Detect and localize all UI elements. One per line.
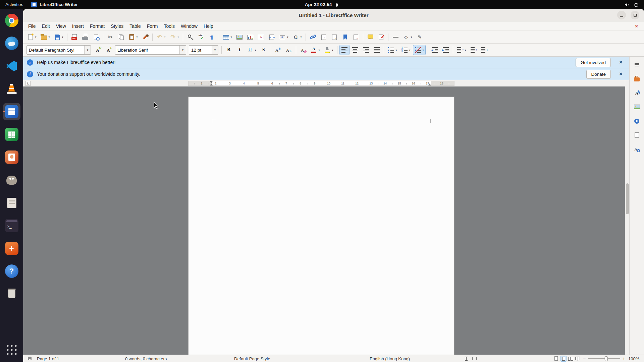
single-page-view-button[interactable] bbox=[560, 356, 567, 362]
insert-chart-button[interactable] bbox=[245, 32, 255, 42]
insert-field-button[interactable]: ▾ bbox=[277, 32, 290, 42]
ordered-list-button[interactable]: ▾ bbox=[399, 45, 412, 55]
scrollbar-thumb[interactable] bbox=[626, 183, 629, 214]
undo-dropdown[interactable]: ▾ bbox=[163, 36, 166, 39]
dock-item-calc[interactable] bbox=[3, 126, 20, 143]
donate-button[interactable]: Donate bbox=[586, 70, 611, 79]
font-color-button[interactable]: ▾ bbox=[309, 45, 322, 55]
book-view-button[interactable] bbox=[575, 356, 581, 362]
basic-shapes-dropdown[interactable]: ▾ bbox=[410, 36, 413, 39]
redo-button[interactable]: ▾ bbox=[168, 32, 181, 42]
menu-format[interactable]: Format bbox=[87, 22, 108, 30]
no-list-button[interactable]: ▾ bbox=[413, 45, 426, 55]
strikethrough-button[interactable] bbox=[259, 45, 269, 55]
insert-mode-indicator[interactable] bbox=[463, 356, 469, 362]
insert-field-dropdown[interactable]: ▾ bbox=[286, 36, 289, 39]
insert-endnote-button[interactable] bbox=[329, 32, 339, 42]
style-inspector-tab[interactable] bbox=[631, 143, 643, 155]
no-list-dropdown[interactable]: ▾ bbox=[422, 49, 425, 52]
dock-item-impress[interactable] bbox=[3, 148, 20, 166]
insert-image-button[interactable] bbox=[234, 32, 245, 42]
underline-button[interactable]: ▾ bbox=[245, 45, 258, 55]
menu-help[interactable]: Help bbox=[201, 22, 216, 30]
dock-item-gimp[interactable] bbox=[3, 171, 20, 189]
update-style-button[interactable] bbox=[93, 45, 103, 55]
save-status-icon[interactable] bbox=[26, 356, 33, 362]
menu-view[interactable]: View bbox=[53, 22, 69, 30]
document-page[interactable] bbox=[188, 97, 454, 355]
insert-table-dropdown[interactable]: ▾ bbox=[230, 36, 233, 39]
paste-dropdown[interactable]: ▾ bbox=[136, 36, 139, 39]
insert-footnote-button[interactable] bbox=[319, 32, 329, 42]
insert-hyperlink-button[interactable] bbox=[308, 32, 318, 42]
dock-item-software[interactable] bbox=[3, 240, 20, 257]
insert-table-button[interactable]: ▾ bbox=[221, 32, 234, 42]
insert-text-box-button[interactable] bbox=[256, 32, 266, 42]
insert-comment-button[interactable] bbox=[365, 32, 375, 42]
menu-form[interactable]: Form bbox=[144, 22, 161, 30]
new-document-dropdown[interactable]: ▾ bbox=[34, 36, 37, 39]
font-size-dropdown[interactable]: ▾ bbox=[212, 46, 218, 54]
open-button[interactable]: ▾ bbox=[39, 32, 52, 42]
menu-styles[interactable]: Styles bbox=[108, 22, 126, 30]
focused-app-indicator[interactable]: LibreOffice Writer bbox=[31, 2, 78, 7]
page-style[interactable]: Default Page Style bbox=[234, 356, 270, 361]
menu-tools[interactable]: Tools bbox=[161, 22, 178, 30]
paragraph-style-combobox[interactable]: Default Paragraph Styl ▾ bbox=[26, 45, 91, 55]
menu-insert[interactable]: Insert bbox=[69, 22, 87, 30]
highlight-color-button[interactable]: ▾ bbox=[322, 45, 335, 55]
menu-edit[interactable]: Edit bbox=[39, 22, 53, 30]
menu-table[interactable]: Table bbox=[126, 22, 144, 30]
tab-stop-selector[interactable]: L bbox=[25, 81, 31, 86]
get-involved-button[interactable]: Get involved bbox=[576, 58, 611, 67]
dock-item-vlc[interactable] bbox=[3, 80, 20, 98]
properties-tab[interactable] bbox=[631, 73, 643, 85]
page-tab[interactable] bbox=[631, 129, 643, 141]
menu-file[interactable]: File bbox=[25, 22, 39, 30]
align-center-button[interactable] bbox=[350, 45, 360, 55]
paragraph-style-dropdown[interactable]: ▾ bbox=[84, 46, 91, 54]
zoom-in-button[interactable]: + bbox=[622, 356, 626, 361]
dock-item-chrome[interactable] bbox=[3, 12, 20, 29]
align-right-button[interactable] bbox=[361, 45, 371, 55]
font-size-combobox[interactable]: 12 pt ▾ bbox=[189, 45, 218, 55]
spelling-button[interactable] bbox=[196, 32, 206, 42]
clone-formatting-button[interactable] bbox=[140, 32, 150, 42]
italic-button[interactable] bbox=[234, 45, 245, 55]
dock-item-trash[interactable] bbox=[3, 285, 20, 303]
multi-page-view-button[interactable] bbox=[568, 356, 574, 362]
export-pdf-button[interactable] bbox=[69, 32, 79, 42]
highlight-color-dropdown[interactable]: ▾ bbox=[331, 49, 334, 52]
left-indent-marker[interactable] bbox=[210, 82, 213, 85]
dock-item-thunderbird[interactable] bbox=[3, 35, 20, 52]
bold-button[interactable] bbox=[224, 45, 234, 55]
new-style-button[interactable] bbox=[103, 45, 113, 55]
ordered-list-dropdown[interactable]: ▾ bbox=[408, 49, 411, 52]
font-name-dropdown[interactable]: ▾ bbox=[179, 46, 186, 54]
save-button[interactable]: ▾ bbox=[52, 32, 65, 42]
increase-indent-button[interactable] bbox=[441, 45, 451, 55]
formatting-marks-button[interactable] bbox=[207, 32, 217, 42]
word-count[interactable]: 0 words, 0 characters bbox=[125, 356, 167, 361]
dock-item-help[interactable] bbox=[3, 262, 20, 280]
font-name-combobox[interactable]: Liberation Serif ▾ bbox=[115, 45, 186, 55]
horizontal-ruler[interactable]: 123456789101112131415161718 bbox=[188, 81, 454, 86]
selection-mode-indicator[interactable] bbox=[471, 356, 477, 362]
menu-window[interactable]: Window bbox=[178, 22, 201, 30]
decrease-indent-button[interactable] bbox=[430, 45, 440, 55]
maximize-button[interactable] bbox=[631, 11, 639, 19]
close-document-button[interactable]: × bbox=[631, 23, 642, 29]
styles-tab[interactable] bbox=[631, 87, 643, 99]
zoom-slider[interactable] bbox=[588, 356, 620, 361]
infobar-close-button[interactable]: × bbox=[617, 59, 625, 66]
copy-button[interactable] bbox=[116, 32, 126, 42]
subscript-button[interactable] bbox=[284, 45, 294, 55]
show-draw-functions-button[interactable] bbox=[415, 32, 425, 42]
increase-paragraph-spacing-button[interactable] bbox=[469, 45, 479, 55]
insert-page-break-button[interactable] bbox=[267, 32, 277, 42]
align-justified-button[interactable] bbox=[372, 45, 382, 55]
show-applications-button[interactable] bbox=[3, 341, 20, 359]
print-preview-button[interactable] bbox=[91, 32, 101, 42]
print-button[interactable] bbox=[80, 32, 90, 42]
save-dropdown[interactable]: ▾ bbox=[61, 36, 64, 39]
